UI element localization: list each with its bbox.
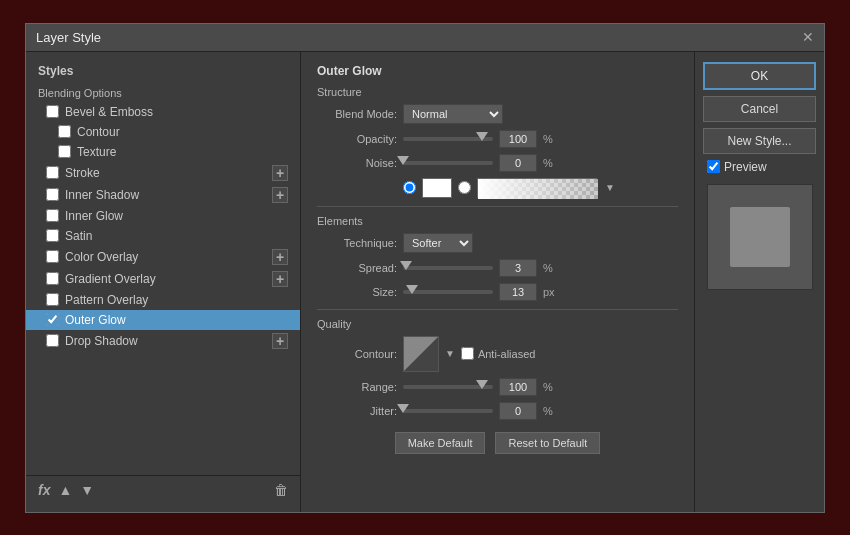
gradient-overlay-checkbox[interactable] [46, 272, 59, 285]
preview-shape [730, 207, 790, 267]
delete-icon[interactable]: 🗑 [274, 482, 288, 498]
sidebar-item-pattern-overlay[interactable]: Pattern Overlay [26, 290, 300, 310]
sidebar-item-contour[interactable]: Contour [26, 122, 300, 142]
anti-aliased-text: Anti-aliased [478, 348, 535, 360]
color-radio[interactable] [403, 181, 416, 194]
spread-row: Spread: % [317, 259, 678, 277]
divider-2 [317, 309, 678, 310]
size-row: Size: px [317, 283, 678, 301]
inner-glow-checkbox[interactable] [46, 209, 59, 222]
sidebar-item-stroke[interactable]: Stroke + [26, 162, 300, 184]
stroke-checkbox[interactable] [46, 166, 59, 179]
divider-1 [317, 206, 678, 207]
contour-label: Contour: [317, 348, 397, 360]
gradient-arrow[interactable]: ▼ [605, 182, 615, 193]
pattern-overlay-checkbox[interactable] [46, 293, 59, 306]
range-label: Range: [317, 381, 397, 393]
contour-checkbox[interactable] [58, 125, 71, 138]
size-slider[interactable] [403, 290, 493, 294]
close-button[interactable]: ✕ [802, 30, 814, 44]
left-panel: Styles Blending Options Bevel & Emboss C… [26, 52, 301, 512]
ok-button[interactable]: OK [703, 62, 816, 90]
satin-checkbox[interactable] [46, 229, 59, 242]
reset-default-button[interactable]: Reset to Default [495, 432, 600, 454]
sidebar-item-label: Satin [65, 229, 92, 243]
anti-aliased-label[interactable]: Anti-aliased [461, 347, 535, 360]
left-panel-footer: fx ▲ ▼ 🗑 [26, 475, 300, 504]
sidebar-item-label: Inner Glow [65, 209, 123, 223]
move-up-icon[interactable]: ▲ [58, 482, 72, 498]
sidebar-item-color-overlay[interactable]: Color Overlay + [26, 246, 300, 268]
sidebar-item-inner-glow[interactable]: Inner Glow [26, 206, 300, 226]
gradient-overlay-plus-btn[interactable]: + [272, 271, 288, 287]
sidebar-item-bevel-emboss[interactable]: Bevel & Emboss [26, 102, 300, 122]
noise-input[interactable] [499, 154, 537, 172]
technique-select[interactable]: Softer Precise [403, 233, 473, 253]
opacity-label: Opacity: [317, 133, 397, 145]
color-overlay-plus-btn[interactable]: + [272, 249, 288, 265]
inner-shadow-plus-btn[interactable]: + [272, 187, 288, 203]
blend-mode-select[interactable]: Normal Dissolve Multiply Screen [403, 104, 503, 124]
spread-slider[interactable] [403, 266, 493, 270]
opacity-input[interactable] [499, 130, 537, 148]
noise-slider[interactable] [403, 161, 493, 165]
styles-title: Styles [26, 60, 300, 84]
range-input[interactable] [499, 378, 537, 396]
blending-options-label[interactable]: Blending Options [26, 84, 300, 102]
bottom-buttons: Make Default Reset to Default [317, 432, 678, 454]
new-style-button[interactable]: New Style... [703, 128, 816, 154]
move-down-icon[interactable]: ▼ [80, 482, 94, 498]
sidebar-item-drop-shadow[interactable]: Drop Shadow + [26, 330, 300, 352]
sidebar-item-gradient-overlay[interactable]: Gradient Overlay + [26, 268, 300, 290]
technique-label: Technique: [317, 237, 397, 249]
anti-aliased-checkbox[interactable] [461, 347, 474, 360]
blend-mode-label: Blend Mode: [317, 108, 397, 120]
sidebar-item-inner-shadow[interactable]: Inner Shadow + [26, 184, 300, 206]
opacity-unit: % [543, 133, 559, 145]
stroke-plus-btn[interactable]: + [272, 165, 288, 181]
drop-shadow-checkbox[interactable] [46, 334, 59, 347]
range-slider[interactable] [403, 385, 493, 389]
size-thumb [406, 285, 418, 294]
sidebar-item-satin[interactable]: Satin [26, 226, 300, 246]
opacity-slider[interactable] [403, 137, 493, 141]
texture-checkbox[interactable] [58, 145, 71, 158]
spread-input[interactable] [499, 259, 537, 277]
range-unit: % [543, 381, 559, 393]
size-input[interactable] [499, 283, 537, 301]
preview-canvas [707, 184, 813, 290]
range-thumb [476, 380, 488, 389]
sidebar-item-label: Pattern Overlay [65, 293, 148, 307]
color-gradient-row: ▼ [403, 178, 678, 198]
preview-text: Preview [724, 160, 767, 174]
jitter-label: Jitter: [317, 405, 397, 417]
drop-shadow-plus-btn[interactable]: + [272, 333, 288, 349]
preview-checkbox[interactable] [707, 160, 720, 173]
contour-preview[interactable] [403, 336, 439, 372]
cancel-button[interactable]: Cancel [703, 96, 816, 122]
contour-dropdown-arrow[interactable]: ▼ [445, 348, 455, 359]
fx-icon[interactable]: fx [38, 482, 50, 498]
jitter-row: Jitter: % [317, 402, 678, 420]
color-swatch[interactable] [422, 178, 452, 198]
section-title: Outer Glow [317, 64, 678, 78]
sidebar-item-label: Outer Glow [65, 313, 126, 327]
elements-section: Elements Technique: Softer Precise Sprea… [317, 215, 678, 301]
sidebar-item-label: Inner Shadow [65, 188, 139, 202]
inner-shadow-checkbox[interactable] [46, 188, 59, 201]
sidebar-item-texture[interactable]: Texture [26, 142, 300, 162]
bevel-emboss-checkbox[interactable] [46, 105, 59, 118]
quality-section: Quality Contour: ▼ Anti-aliased [317, 318, 678, 420]
make-default-button[interactable]: Make Default [395, 432, 486, 454]
size-label: Size: [317, 286, 397, 298]
gradient-radio[interactable] [458, 181, 471, 194]
jitter-input[interactable] [499, 402, 537, 420]
preview-label[interactable]: Preview [707, 160, 767, 174]
noise-label: Noise: [317, 157, 397, 169]
color-overlay-checkbox[interactable] [46, 250, 59, 263]
outer-glow-checkbox[interactable] [46, 313, 59, 326]
quality-title: Quality [317, 318, 678, 330]
sidebar-item-outer-glow[interactable]: Outer Glow [26, 310, 300, 330]
jitter-slider[interactable] [403, 409, 493, 413]
gradient-swatch[interactable] [477, 178, 597, 198]
